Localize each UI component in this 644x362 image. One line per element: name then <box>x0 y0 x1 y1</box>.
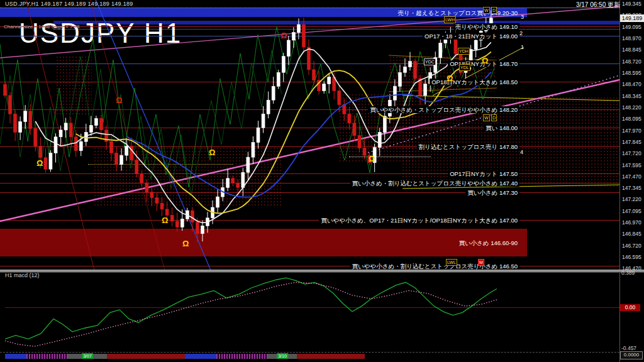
macd-zero-level-box: 0.00 <box>620 304 640 311</box>
sessions-separator <box>0 352 619 353</box>
macd-axis-tick: -0.457 <box>621 345 636 351</box>
chart-canvas[interactable] <box>0 0 644 362</box>
current-price-box[interactable]: 149.189 <box>620 14 644 22</box>
trading-chart-window: USD.JPY,H1 149.187 149.189 149.189 149.1… <box>0 0 644 362</box>
pane-splitter[interactable] <box>0 270 644 273</box>
update-timestamp: 3/17 06:50 更新 <box>576 1 620 9</box>
macd-indicator-label: H1 macd (12) <box>5 272 40 278</box>
macd-scale-box: 0.0000 <box>620 351 643 359</box>
quote-line: USD.JPY,H1 149.187 149.189 149.189 149.1… <box>5 1 133 7</box>
macd-axis-tick: 0.389 <box>621 270 635 276</box>
channel-info-label: Channel size = 1068 Slope = 7:28 <box>4 24 80 30</box>
